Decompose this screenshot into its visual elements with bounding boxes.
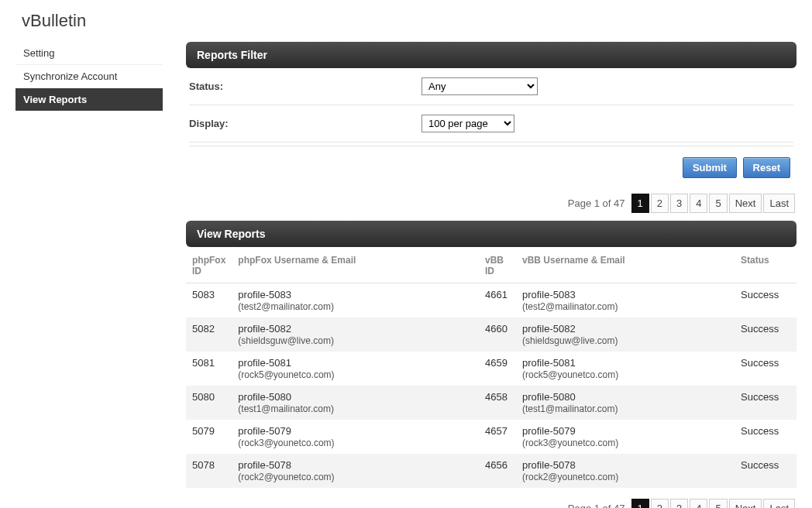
pager-page-3[interactable]: 3 [670,194,688,213]
reports-table: phpFox ID phpFox Username & Email vBB ID… [186,247,797,488]
table-row: 5079profile-5079(rock3@younetco.com)4657… [186,420,797,454]
cell-phpfox-user: profile-5083(test2@mailinator.com) [232,283,479,318]
submit-button[interactable]: Submit [683,157,737,178]
sidebar-item-0[interactable]: Setting [15,42,163,65]
sidebar-nav: SettingSynchronize AccountView Reports [15,42,163,111]
pager-page-3[interactable]: 3 [670,499,688,508]
sidebar-item-2[interactable]: View Reports [15,88,163,111]
table-row: 5081profile-5081(rock5@younetco.com)4659… [186,352,797,386]
cell-status: Success [735,318,797,352]
pager-next[interactable]: Next [729,499,762,508]
table-row: 5078profile-5078(rock2@younetco.com)4656… [186,454,797,488]
cell-phpfox-user: profile-5079(rock3@younetco.com) [232,420,479,454]
cell-phpfox-user: profile-5082(shieldsguw@live.com) [232,318,479,352]
pager-page-2[interactable]: 2 [651,499,669,508]
view-reports-heading: View Reports [186,221,797,247]
cell-vbb-id: 4660 [479,318,516,352]
display-select[interactable]: 100 per page [421,115,514,132]
col-phpfox-user: phpFox Username & Email [232,247,479,283]
cell-vbb-user: profile-5080(test1@mailinator.com) [516,386,735,420]
reset-button[interactable]: Reset [743,157,790,178]
cell-phpfox-user: profile-5081(rock5@younetco.com) [232,352,479,386]
cell-vbb-id: 4658 [479,386,516,420]
status-label: Status: [189,81,421,92]
display-label: Display: [189,118,421,129]
cell-vbb-id: 4656 [479,454,516,488]
pager-info: Page 1 of 47 [568,503,625,508]
cell-vbb-user: profile-5081(rock5@younetco.com) [516,352,735,386]
pager-last[interactable]: Last [763,499,795,508]
cell-phpfox-user: profile-5078(rock2@younetco.com) [232,454,479,488]
cell-vbb-user: profile-5083(test2@mailinator.com) [516,283,735,318]
cell-status: Success [735,283,797,318]
cell-status: Success [735,352,797,386]
brand-title: vBulletin [15,8,797,42]
reports-filter-heading: Reports Filter [186,42,797,68]
pager-next[interactable]: Next [729,194,762,213]
pager-page-4[interactable]: 4 [690,194,707,213]
sidebar-item-1[interactable]: Synchronize Account [15,65,163,88]
cell-phpfox-id: 5078 [186,454,232,488]
cell-vbb-id: 4659 [479,352,516,386]
cell-vbb-id: 4661 [479,283,516,318]
cell-status: Success [735,420,797,454]
cell-phpfox-id: 5080 [186,386,232,420]
col-vbb-user: vBB Username & Email [516,247,735,283]
table-row: 5080profile-5080(test1@mailinator.com)46… [186,386,797,420]
col-phpfox-id: phpFox ID [186,247,232,283]
pager-bottom: Page 1 of 4712345NextLast [186,488,797,508]
col-vbb-id: vBB ID [479,247,516,283]
pager-page-5[interactable]: 5 [709,499,727,508]
pager-top: Page 1 of 4712345NextLast [186,183,797,221]
col-status: Status [735,247,797,283]
table-row: 5082profile-5082(shieldsguw@live.com)466… [186,318,797,352]
pager-page-1[interactable]: 1 [631,499,649,508]
status-select[interactable]: Any [421,77,538,95]
cell-vbb-user: profile-5082(shieldsguw@live.com) [516,318,735,352]
cell-vbb-user: profile-5079(rock3@younetco.com) [516,420,735,454]
cell-phpfox-user: profile-5080(test1@mailinator.com) [232,386,479,420]
pager-page-4[interactable]: 4 [690,499,707,508]
table-row: 5083profile-5083(test2@mailinator.com)46… [186,283,797,318]
cell-phpfox-id: 5082 [186,318,232,352]
cell-phpfox-id: 5083 [186,283,232,318]
pager-info: Page 1 of 47 [568,197,625,209]
pager-page-5[interactable]: 5 [709,194,727,213]
cell-vbb-user: profile-5078(rock2@younetco.com) [516,454,735,488]
cell-phpfox-id: 5079 [186,420,232,454]
pager-last[interactable]: Last [763,194,795,213]
pager-page-2[interactable]: 2 [651,194,669,213]
cell-status: Success [735,454,797,488]
cell-vbb-id: 4657 [479,420,516,454]
cell-status: Success [735,386,797,420]
pager-page-1[interactable]: 1 [631,194,649,213]
cell-phpfox-id: 5081 [186,352,232,386]
